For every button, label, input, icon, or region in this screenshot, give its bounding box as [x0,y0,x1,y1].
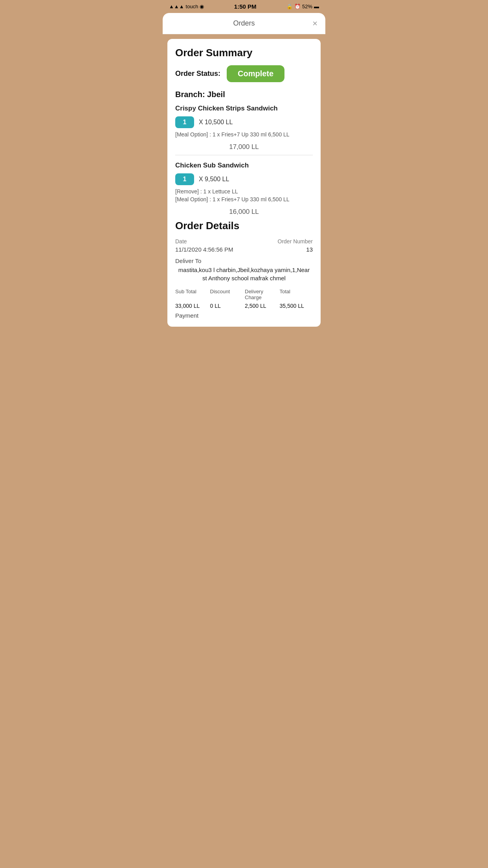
battery-icon: ▬ [314,4,319,9]
modal-container: Orders × Order Summary Order Status: Com… [163,13,325,331]
status-bar: ▲▲▲ touch ◉ 1:50 PM 🔒 ⏰ 52% ▬ [163,0,325,13]
item-1-name: Crispy Chicken Strips Sandwich [175,105,313,112]
order-item-2: Chicken Sub Sandwich 1 X 9,500 LL [Remov… [175,162,313,216]
item-2-option-0: [Remove] : 1 x Lettuce LL [175,188,313,195]
discount-value: 0 LL [210,303,244,309]
battery-percent: 52% [302,4,312,9]
item-1-option-0: [Meal Option] : 1 x Fries+7 Up 330 ml 6,… [175,131,313,138]
item-1-quantity: 1 [175,116,194,128]
status-bar-right: 🔒 ⏰ 52% ▬ [286,4,319,9]
status-badge: Complete [227,65,284,82]
discount-header: Discount [210,289,244,300]
date-order-grid: Date Order Number 11/1/2020 4:56:56 PM 1… [175,238,313,253]
close-button[interactable]: × [312,19,317,28]
totals-value-row: 33,000 LL 0 LL 2,500 LL 35,500 LL [175,303,313,309]
order-status-row: Order Status: Complete [175,65,313,82]
item-1-quantity-row: 1 X 10,500 LL [175,116,313,128]
item-1-total: 17,000 LL [175,143,313,151]
wifi-icon: ◉ [200,4,204,9]
item-2-price: X 9,500 LL [199,176,229,183]
total-value: 35,500 LL [280,303,313,309]
divider-1 [175,155,313,155]
item-2-name: Chicken Sub Sandwich [175,162,313,169]
modal-title: Orders [233,19,255,28]
branch-label: Branch: Jbeil [175,90,313,99]
alarm-icon: ⏰ [294,4,301,9]
modal-body: Order Summary Order Status: Complete Bra… [167,39,321,327]
order-status-label: Order Status: [175,70,220,78]
modal-header: Orders × [163,13,325,34]
item-2-option-1: [Meal Option] : 1 x Fries+7 Up 330 ml 6,… [175,196,313,202]
item-2-quantity-row: 1 X 9,500 LL [175,173,313,185]
order-summary-section: Order Summary Order Status: Complete Bra… [175,47,313,216]
date-header: Date [175,238,275,245]
sub-total-value: 33,000 LL [175,303,209,309]
order-details-title: Order Details [175,220,313,232]
lock-icon: 🔒 [286,4,293,9]
order-number-value: 13 [278,246,313,253]
signal-icon: ▲▲▲ [169,4,184,9]
date-value: 11/1/2020 4:56:56 PM [175,246,275,253]
sub-total-header: Sub Total [175,289,209,300]
order-summary-title: Order Summary [175,47,313,59]
item-1-price: X 10,500 LL [199,119,233,126]
delivery-charge-header: Delivery Charge [245,289,278,300]
order-item-1: Crispy Chicken Strips Sandwich 1 X 10,50… [175,105,313,151]
order-number-header: Order Number [278,238,313,245]
totals-header-row: Sub Total Discount Delivery Charge Total [175,289,313,300]
order-details-section: Order Details Date Order Number 11/1/202… [175,220,313,319]
status-bar-time: 1:50 PM [234,3,257,10]
total-header: Total [280,289,313,300]
payment-label: Payment [175,312,313,319]
deliver-to-address: mastita,kou3 l charbin,Jbeil,kozhaya yam… [175,266,313,282]
item-2-quantity: 1 [175,173,194,185]
carrier-label: touch [186,4,198,9]
status-bar-left: ▲▲▲ touch ◉ [169,4,204,9]
deliver-to-label: Deliver To [175,257,313,264]
delivery-charge-value: 2,500 LL [245,303,278,309]
item-2-total: 16,000 LL [175,208,313,216]
